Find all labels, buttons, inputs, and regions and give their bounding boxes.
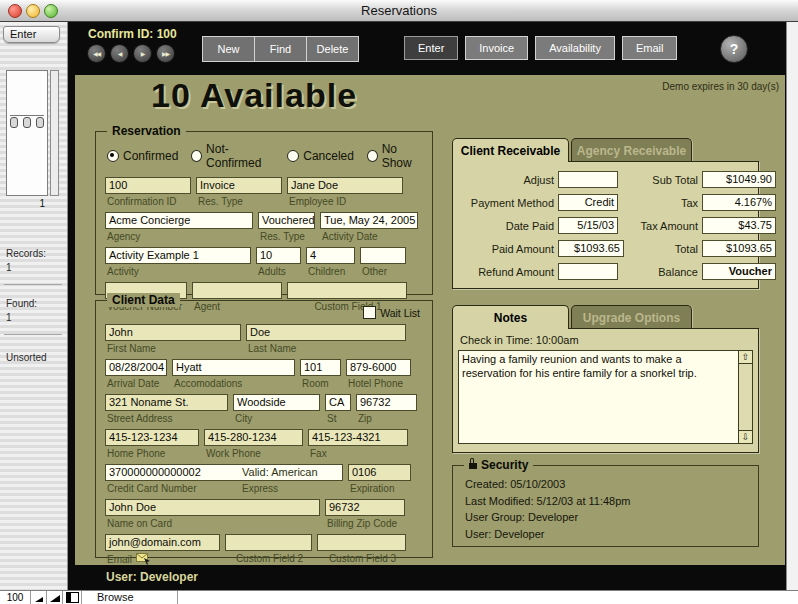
book-page[interactable] — [6, 70, 48, 196]
radio-not-confirmed-icon[interactable] — [191, 150, 202, 162]
status-bar: 100 Browse — [0, 590, 798, 604]
window-scrollbar[interactable] — [786, 22, 798, 590]
send-email-icon[interactable] — [136, 553, 151, 565]
last-modified: Last Modified: 5/12/03 at 11:48pm — [465, 493, 758, 510]
state-label: St — [325, 411, 351, 425]
found-value: 1 — [6, 312, 12, 323]
children-field[interactable]: 4 — [306, 247, 355, 264]
home-phone-field[interactable]: 415-123-1234 — [105, 429, 199, 446]
tab-notes[interactable]: Notes — [452, 305, 569, 329]
expiration-field[interactable]: 0106 — [348, 464, 411, 481]
tab-agency-receivable[interactable]: Agency Receivable — [571, 138, 692, 162]
book-rings-icon — [10, 115, 44, 128]
arrival-date-field[interactable]: 08/28/2004 — [105, 359, 167, 376]
find-button[interactable]: Find — [254, 36, 307, 62]
paid-amount-field[interactable]: $1093.65 — [558, 240, 624, 257]
tax-field[interactable]: 4.167% — [702, 194, 776, 211]
notes-body: Check in Time: 10:00am Having a family r… — [452, 328, 759, 453]
email-field[interactable]: john@domain.com — [105, 534, 220, 551]
street-address-field[interactable]: 321 Noname St. — [105, 394, 228, 411]
tab-availability[interactable]: Availability — [535, 36, 615, 60]
layout-popup[interactable]: Enter — [3, 26, 60, 43]
notes-tabs: Notes Upgrade Options — [452, 305, 759, 329]
tab-upgrade-options[interactable]: Upgrade Options — [571, 305, 692, 329]
work-phone-field[interactable]: 415-280-1234 — [204, 429, 303, 446]
mode-popup[interactable]: Browse — [82, 591, 178, 604]
radio-confirmed[interactable]: Confirmed — [107, 149, 178, 163]
total-field: $1093.65 — [702, 240, 776, 257]
city-field[interactable]: Woodside — [233, 394, 320, 411]
radio-confirmed-icon[interactable] — [107, 150, 119, 162]
security-section-title: Security — [464, 458, 533, 472]
record-actions: New Find Delete — [202, 36, 358, 62]
name-on-card-field[interactable]: John Doe — [105, 499, 320, 516]
res-type2-field[interactable]: Vouchered — [258, 212, 315, 229]
tab-email[interactable]: Email — [622, 36, 678, 60]
other-field[interactable] — [360, 247, 406, 264]
billing-zip-field[interactable]: 96732 — [325, 499, 405, 516]
radio-no-show-icon[interactable] — [367, 150, 378, 162]
scroll-up-icon[interactable]: ⇧ — [739, 351, 752, 364]
agency-field[interactable]: Acme Concierge — [105, 212, 253, 229]
wait-list-checkbox[interactable] — [363, 306, 376, 319]
next-record-button[interactable]: ▶ — [133, 44, 152, 63]
delete-button[interactable]: Delete — [306, 36, 359, 62]
last-record-button[interactable]: ▶▶ — [156, 44, 175, 63]
notes-text[interactable]: Having a family reunion and wants to mak… — [459, 351, 752, 380]
zoom-out-button[interactable] — [31, 591, 47, 604]
accomodations-field[interactable]: Hyatt — [172, 359, 295, 376]
hotel-phone-field[interactable]: 879-6000 — [346, 359, 411, 376]
record-slider[interactable] — [50, 70, 59, 196]
activity-field[interactable]: Activity Example 1 — [105, 247, 251, 264]
employee-id-field[interactable]: Jane Doe — [287, 177, 403, 194]
radio-no-show[interactable]: No Show — [367, 142, 424, 170]
availability-headline: 10 Available — [151, 76, 357, 115]
tab-invoice[interactable]: Invoice — [465, 36, 528, 60]
accomodations-label: Accomodations — [172, 376, 295, 390]
help-button[interactable]: ? — [720, 35, 748, 63]
adults-field[interactable]: 10 — [256, 247, 301, 264]
date-paid-field[interactable]: 5/15/03 — [558, 217, 618, 234]
status-area-toggle-button[interactable] — [63, 591, 82, 604]
custom-field-1[interactable] — [287, 282, 407, 299]
balance-field: Voucher — [702, 263, 776, 280]
first-record-button[interactable]: ◀◀ — [87, 44, 106, 63]
custom-field-3[interactable] — [317, 534, 406, 551]
res-type-field[interactable]: Invoice — [196, 177, 282, 194]
agent-field[interactable] — [192, 282, 282, 299]
new-button[interactable]: New — [202, 36, 255, 62]
reservation-section: Reservation Confirmed Not-Confirmed Canc… — [95, 131, 433, 295]
fax-field[interactable]: 415-123-4321 — [308, 429, 408, 446]
tab-enter[interactable]: Enter — [404, 36, 458, 60]
field-row: john@domain.com Email Custom Field 2 Cus… — [105, 534, 424, 565]
date-paid-label: Date Paid — [460, 220, 554, 232]
last-name-field[interactable]: Doe — [246, 324, 406, 341]
payment-method-field[interactable]: Credit — [558, 194, 618, 211]
hotel-phone-label: Hotel Phone — [346, 376, 411, 390]
room-field[interactable]: 101 — [300, 359, 341, 376]
check-in-time: Check in Time: 10:00am — [460, 334, 753, 346]
radio-canceled-icon[interactable] — [287, 150, 299, 162]
confirmation-id-field[interactable]: 100 — [105, 177, 191, 194]
radio-canceled[interactable]: Canceled — [287, 149, 354, 163]
refund-amount-field[interactable] — [558, 263, 618, 280]
previous-record-button[interactable]: ◀ — [110, 44, 129, 63]
zip-field[interactable]: 96732 — [356, 394, 417, 411]
adjust-field[interactable] — [558, 171, 618, 188]
zoom-level[interactable]: 100 — [0, 591, 31, 604]
wait-list-control[interactable]: Wait List — [363, 306, 420, 319]
scroll-down-icon[interactable]: ⇩ — [739, 430, 752, 443]
book-icon[interactable]: 1 — [6, 70, 59, 228]
security-section: Security Created: 05/10/2003 Last Modifi… — [452, 465, 759, 547]
activity-date-field[interactable]: Tue, May 24, 2005 — [320, 212, 418, 229]
tax-label: Tax — [636, 197, 698, 209]
notes-scrollbar[interactable]: ⇧ ⇩ — [738, 351, 752, 443]
tab-client-receivable[interactable]: Client Receivable — [452, 138, 569, 162]
state-field[interactable]: CA — [325, 394, 351, 411]
city-label: City — [233, 411, 320, 425]
zoom-in-button[interactable] — [47, 591, 63, 604]
notes-textarea[interactable]: Having a family reunion and wants to mak… — [458, 350, 753, 444]
first-name-field[interactable]: John — [105, 324, 241, 341]
custom-field-2[interactable] — [225, 534, 312, 551]
radio-not-confirmed[interactable]: Not-Confirmed — [191, 142, 274, 170]
